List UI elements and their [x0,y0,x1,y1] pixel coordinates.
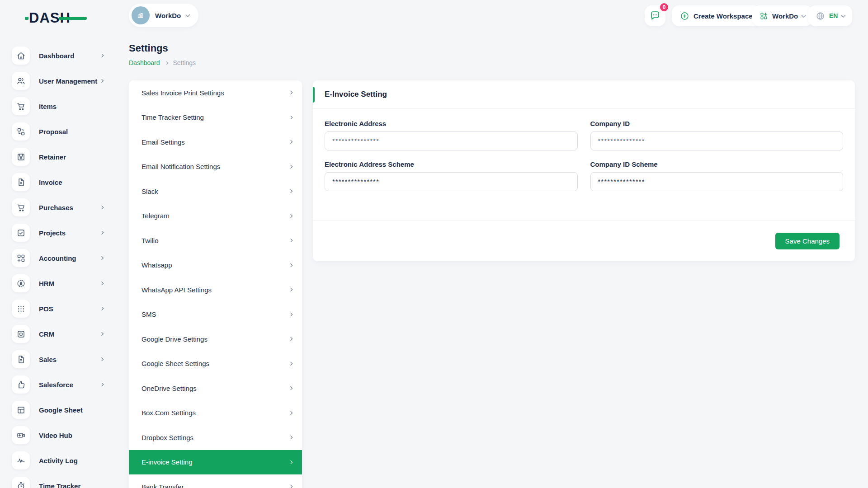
sidebar-item-label: Items [39,103,57,110]
chevron-right-icon [100,357,104,361]
sidebar-item-salesforce[interactable]: Salesforce [12,375,110,394]
create-workspace-button[interactable]: Create Workspace [672,5,761,26]
settings-menu-item-e-invoice[interactable]: E-invoice Setting [129,450,302,475]
settings-menu-item-slack[interactable]: Slack [129,179,302,204]
menu-item-label: Email Settings [142,138,185,146]
check-square-icon [12,224,30,242]
menu-item-label: SMS [142,310,156,318]
sidebar-item-label: HRM [39,280,54,287]
card-accent-bar [313,87,315,103]
app-logo[interactable]: DASH [29,10,92,25]
settings-menu-item-sms[interactable]: SMS [129,302,302,327]
menu-item-label: Sales Invoice Print Settings [142,89,224,97]
messages-button[interactable]: 0 [645,5,665,26]
e-invoice-form: Electronic Address Company ID Electronic… [313,109,855,191]
settings-menu-item-whatsapp-api[interactable]: WhatsApp API Settings [129,277,302,302]
logo-dot-accent [25,17,28,20]
sidebar-item-activity-log[interactable]: Activity Log [12,451,110,469]
menu-item-label: Email Notification Settings [142,163,220,170]
chevron-right-icon [289,165,292,169]
settings-menu-item-telegram[interactable]: Telegram [129,204,302,229]
sidebar-item-label: CRM [39,330,54,338]
sidebar-item-pos[interactable]: POS [12,300,110,318]
chevron-right-icon [100,79,104,83]
company-id-input[interactable] [590,131,844,150]
sidebar-item-dashboard[interactable]: Dashboard [12,47,110,65]
menu-item-label: Twilio [142,237,159,244]
workspace-dropdown-label: WorkDo [772,12,798,20]
chevron-down-icon [802,13,806,18]
sidebar-item-items[interactable]: Items [12,97,110,115]
menu-item-label: Bank Transfer [142,483,184,488]
sidebar-item-invoice[interactable]: Invoice [12,173,110,191]
chevron-right-icon [165,61,168,64]
electronic-address-scheme-label: Electronic Address Scheme [325,160,578,168]
chevron-right-icon [289,436,292,439]
sidebar-item-label: Projects [39,229,66,237]
sidebar-item-time-tracker[interactable]: Time Tracker [12,477,110,488]
create-workspace-label: Create Workspace [693,12,753,20]
field-electronic-address-scheme: Electronic Address Scheme [325,160,578,191]
field-company-id-scheme: Company ID Scheme [590,160,844,191]
sidebar-item-label: User Management [39,77,97,85]
chevron-right-icon [289,362,292,366]
save-changes-button[interactable]: Save Changes [775,233,840,249]
settings-menu-item-bank-transfer[interactable]: Bank Transfer [129,474,302,488]
settings-menu-item-email[interactable]: Email Settings [129,130,302,155]
messages-count-badge: 0 [659,2,669,12]
card-footer: Save Changes [313,220,855,261]
settings-menu-item-sales-invoice-print[interactable]: Sales Invoice Print Settings [129,80,302,105]
workspace-switcher[interactable]: WorkDo [129,4,198,27]
language-dropdown[interactable]: EN [808,5,852,26]
menu-item-label: Telegram [142,212,170,220]
sidebar-item-crm[interactable]: CRM [12,325,110,343]
sidebar-item-user-management[interactable]: User Management [12,72,110,90]
chevron-right-icon [289,411,292,415]
building-icon [136,10,146,20]
chevron-down-icon [841,13,846,18]
settings-menu-item-twilio[interactable]: Twilio [129,228,302,253]
chevron-right-icon [289,386,292,390]
chevron-right-icon [289,189,292,193]
sidebar-item-purchases[interactable]: Purchases [12,198,110,216]
company-id-scheme-input[interactable] [590,172,844,191]
sidebar-item-projects[interactable]: Projects [12,224,110,242]
sidebar-item-sales[interactable]: Sales [12,350,110,368]
settings-menu-item-email-notification[interactable]: Email Notification Settings [129,155,302,179]
settings-menu-item-google-sheet[interactable]: Google Sheet Settings [129,352,302,376]
settings-menu-item-onedrive[interactable]: OneDrive Settings [129,376,302,401]
workflow-icon [12,122,30,141]
plus-circle-icon [680,11,689,21]
electronic-address-input[interactable] [325,131,578,150]
settings-menu-item-google-drive[interactable]: Google Drive Settings [129,327,302,352]
menu-item-label: WhatsApp API Settings [142,286,212,294]
settings-menu-item-time-tracker[interactable]: Time Tracker Setting [129,105,302,130]
chevron-right-icon [100,206,104,209]
sidebar-item-accounting[interactable]: Accounting [12,249,110,267]
menu-item-label: Whatsapp [142,261,172,269]
logo-dash-accent [59,17,87,20]
sidebar-item-video-hub[interactable]: Video Hub [12,426,110,444]
sidebar-item-retainer[interactable]: Retainer [12,148,110,166]
sidebar-item-hrm[interactable]: HRM [12,274,110,292]
sidebar-item-label: Video Hub [39,432,72,439]
cart-icon [12,198,30,216]
settings-menu-item-dropbox[interactable]: Dropbox Settings [129,425,302,450]
chevron-right-icon [289,337,292,341]
settings-menu-item-whatsapp[interactable]: Whatsapp [129,253,302,278]
sidebar-item-label: Accounting [39,254,76,262]
chevron-right-icon [100,54,104,57]
sidebar-item-proposal[interactable]: Proposal [12,122,110,141]
sidebar-item-label: POS [39,305,53,313]
menu-item-label: Box.Com Settings [142,409,196,417]
workspace-dropdown[interactable]: WorkDo [752,5,812,26]
field-company-id: Company ID [590,120,844,150]
settings-menu-item-box[interactable]: Box.Com Settings [129,401,302,426]
chevron-right-icon [100,383,104,386]
chevron-right-icon [100,231,104,235]
chevron-right-icon [289,116,292,119]
menu-item-label: OneDrive Settings [142,385,197,392]
electronic-address-scheme-input[interactable] [325,172,578,191]
breadcrumb-dashboard-link[interactable]: Dashboard [129,59,160,66]
sidebar-item-google-sheet[interactable]: Google Sheet [12,401,110,419]
